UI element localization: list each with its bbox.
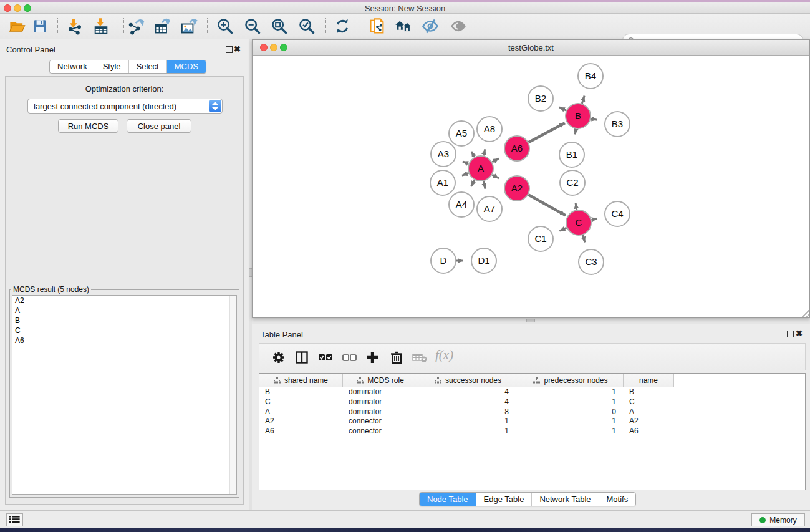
zoom-fit-button[interactable] (269, 16, 290, 37)
graph-edge-C-C1[interactable] (559, 228, 566, 231)
toolbar-separator (57, 18, 58, 34)
tab-edge-table[interactable]: Edge Table (476, 493, 532, 506)
graph-edge-A-A6[interactable] (492, 158, 499, 162)
export-network-button[interactable] (125, 16, 147, 37)
table-cell: 4 (418, 387, 518, 397)
export-table-button[interactable] (152, 16, 173, 37)
network-canvas[interactable]: B4B2BB3A8A5A6A3B1AA1C2A2A4A7C4CC1C3DD1 (253, 56, 809, 317)
graph-edge-A-A8[interactable] (484, 149, 485, 155)
graph-node-label: B3 (612, 118, 623, 129)
table-cell: 1 (518, 387, 624, 397)
table-cell: 4 (418, 397, 518, 407)
network-window-titlebar[interactable]: testGlobe.txt (253, 40, 809, 56)
graph-edge-A-A5[interactable] (471, 152, 475, 157)
graph-edge-B-B4[interactable] (582, 95, 584, 103)
open-session-button[interactable] (7, 16, 28, 37)
graph-edge-C-C3[interactable] (582, 235, 585, 243)
export-table-icon (153, 17, 171, 35)
run-mcds-button[interactable]: Run MCDS (58, 119, 118, 133)
tab-style[interactable]: Style (95, 60, 128, 73)
table-cell: A6 (624, 427, 674, 437)
status-bar: Memory (0, 510, 810, 528)
select-stepper-icon (209, 100, 221, 112)
mcds-result-list[interactable]: A2ABCA6 (12, 295, 237, 495)
zoom-in-button[interactable] (215, 16, 236, 37)
mcds-result-item[interactable]: A (12, 306, 236, 316)
table-row[interactable]: Bdominator41B (259, 387, 805, 397)
import-table-button[interactable] (90, 16, 112, 37)
selected-criterion: largest connected component (directed) (34, 102, 176, 111)
select-all-columns-button[interactable] (315, 347, 336, 368)
copy-network-button[interactable] (367, 16, 388, 37)
column-header-name[interactable]: name (624, 374, 674, 387)
mcds-result-item[interactable]: C (12, 326, 236, 336)
delete-table-button (409, 347, 430, 368)
column-header-predecessor-nodes[interactable]: predecessor nodes (518, 374, 624, 387)
table-settings-button[interactable] (268, 347, 289, 368)
app-titlebar: Session: New Session (0, 2, 810, 14)
graph-edge-B-B1[interactable] (575, 129, 576, 135)
graph-edge-A-A7[interactable] (483, 181, 485, 189)
table-cell: A (259, 407, 343, 417)
column-header-successor-nodes[interactable]: successor nodes (418, 374, 518, 387)
graph-edge-A-A4[interactable] (471, 180, 475, 186)
two-houses-icon (395, 17, 412, 35)
table-row[interactable]: A2connector11A2 (259, 417, 805, 427)
tab-node-table[interactable]: Node Table (420, 493, 476, 506)
show-all-button[interactable] (448, 16, 469, 37)
table-float-button[interactable] (787, 331, 794, 337)
tab-network[interactable]: Network (50, 60, 95, 73)
tab-motifs[interactable]: Motifs (599, 493, 636, 506)
show-columns-button[interactable] (291, 347, 312, 368)
export-image-button[interactable] (178, 16, 200, 37)
graph-edge-C-C2[interactable] (576, 203, 577, 210)
table-row[interactable]: Cdominator41C (259, 397, 805, 407)
list-scrollbar[interactable] (229, 296, 236, 494)
optimization-criterion-select[interactable]: largest connected component (directed) (27, 99, 223, 114)
first-neighbors-button[interactable] (393, 16, 414, 37)
graph-edge-A-A2[interactable] (492, 175, 499, 178)
float-panel-button[interactable] (226, 46, 233, 53)
mcds-result-item[interactable]: B (12, 316, 236, 326)
graph-edge-A-A3[interactable] (463, 162, 469, 164)
tab-network-table[interactable]: Network Table (531, 493, 598, 506)
table-cell: 1 (518, 417, 624, 427)
function-builder-button: f(x) (435, 347, 453, 363)
graph-edge-B-B3[interactable] (591, 118, 597, 120)
tab-select[interactable]: Select (128, 60, 166, 73)
memory-label: Memory (769, 516, 796, 525)
close-mcds-panel-button[interactable]: Close panel (127, 119, 191, 133)
save-session-button[interactable] (29, 16, 51, 37)
task-history-button[interactable] (6, 513, 23, 526)
mcds-result-item[interactable]: A6 (12, 336, 236, 346)
hierarchy-sort-icon (533, 377, 540, 384)
network-window-title: testGlobe.txt (253, 43, 809, 52)
hide-selected-button[interactable] (420, 16, 441, 37)
graph-edge-B-B2[interactable] (559, 107, 566, 110)
column-header-MCDS-role[interactable]: MCDS role (343, 374, 418, 387)
table-cell: 0 (518, 407, 624, 417)
refresh-layout-button[interactable] (332, 16, 353, 37)
graph-edge-A2-C[interactable] (528, 195, 566, 215)
graph-node-label: A4 (456, 199, 467, 210)
import-network-button[interactable] (64, 16, 85, 37)
table-close-button[interactable]: ✖ (796, 329, 803, 338)
mcds-result-item[interactable]: A2 (12, 296, 236, 306)
column-header-shared-name[interactable]: shared name (259, 374, 343, 387)
graph-edge-A-A1[interactable] (462, 173, 468, 175)
divider-grip-horizontal[interactable] (526, 319, 535, 322)
zoom-selected-button[interactable] (296, 16, 317, 37)
table-cell: C (259, 397, 343, 407)
create-column-button[interactable] (362, 347, 383, 368)
close-panel-button[interactable]: ✖ (234, 44, 241, 54)
graph-edge-C-C4[interactable] (591, 218, 597, 220)
graph-edge-A6-B[interactable] (529, 123, 565, 142)
table-row[interactable]: Adominator80A (259, 407, 805, 417)
list-icon (9, 515, 20, 523)
table-row[interactable]: A6connector11A6 (259, 427, 805, 437)
memory-button[interactable]: Memory (751, 513, 805, 526)
unselect-all-columns-button[interactable] (339, 347, 360, 368)
delete-column-button[interactable] (386, 347, 407, 368)
zoom-out-button[interactable] (242, 16, 263, 37)
tab-mcds[interactable]: MCDS (166, 60, 206, 73)
